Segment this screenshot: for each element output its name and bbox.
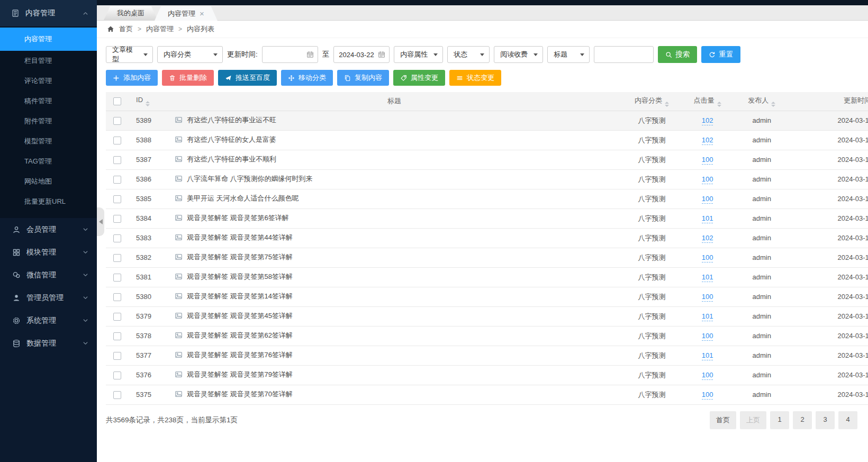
row-clicks-link[interactable]: 100 xyxy=(702,332,713,341)
row-title-link[interactable]: 美甲开运 天河水命人适合什么颜色呢 xyxy=(175,194,299,203)
column-header-category[interactable]: 内容分类 xyxy=(622,92,682,111)
sidebar-section-content[interactable]: 内容管理 xyxy=(0,0,97,26)
row-clicks-link[interactable]: 101 xyxy=(702,273,713,282)
breadcrumb-item[interactable]: 内容列表 xyxy=(187,24,214,34)
row-clicks-link[interactable]: 100 xyxy=(702,175,713,184)
sidebar-item[interactable]: 附件管理 xyxy=(0,111,97,131)
column-header-id[interactable]: ID xyxy=(129,92,167,111)
row-title-link[interactable]: 观音灵签解签 观音灵签第45签详解 xyxy=(175,311,293,321)
row-clicks-link[interactable]: 101 xyxy=(702,312,713,321)
row-title-link[interactable]: 观音灵签解签 观音灵签第76签详解 xyxy=(175,350,293,360)
page-2-button[interactable]: 2 xyxy=(793,411,812,429)
calendar-icon[interactable] xyxy=(306,51,314,58)
sort-icon[interactable] xyxy=(717,102,721,107)
row-checkbox[interactable] xyxy=(113,313,121,321)
row-checkbox[interactable] xyxy=(113,332,121,340)
status-change-button[interactable]: 状态变更 xyxy=(449,70,501,86)
row-clicks-link[interactable]: 100 xyxy=(702,195,713,204)
page-3-button[interactable]: 3 xyxy=(816,411,835,429)
sidebar-section-wechat[interactable]: 微信管理 xyxy=(0,264,97,286)
row-title-link[interactable]: 观音灵签解签 观音灵签第75签详解 xyxy=(175,252,293,262)
row-title-link[interactable]: 观音灵签解签 观音灵签第6签详解 xyxy=(175,213,289,223)
sidebar-section-module[interactable]: 模块管理 xyxy=(0,241,97,264)
row-checkbox[interactable] xyxy=(113,293,121,301)
keyword-input[interactable] xyxy=(594,46,654,63)
row-title-link[interactable]: 观音灵签解签 观音灵签第70签详解 xyxy=(175,389,293,399)
move-category-button[interactable]: 移动分类 xyxy=(281,70,333,86)
row-title-link[interactable]: 观音灵签解签 观音灵签第62签详解 xyxy=(175,331,293,340)
row-checkbox[interactable] xyxy=(113,274,121,282)
row-clicks-link[interactable]: 102 xyxy=(702,136,713,145)
status-select[interactable]: 状态 xyxy=(447,46,490,63)
row-title-link[interactable]: 有这些八字特征的女人是富婆 xyxy=(175,135,276,144)
tab-content[interactable]: 内容管理× xyxy=(155,6,218,21)
attribute-change-button[interactable]: 属性变更 xyxy=(393,70,445,86)
sidebar-item[interactable]: 批量更新URL xyxy=(0,192,97,212)
sidebar-section-admin[interactable]: 管理员管理 xyxy=(0,286,97,309)
row-checkbox[interactable] xyxy=(113,137,121,144)
row-title-link[interactable]: 观音灵签解签 观音灵签第14签详解 xyxy=(175,292,293,301)
reset-button[interactable]: 重置 xyxy=(701,46,740,63)
row-checkbox[interactable] xyxy=(113,254,121,262)
sidebar-item[interactable]: 稿件管理 xyxy=(0,91,97,111)
row-checkbox[interactable] xyxy=(113,234,121,242)
content-category-select[interactable]: 内容分类 xyxy=(157,46,223,63)
row-clicks-link[interactable]: 101 xyxy=(702,351,713,360)
column-header-publisher[interactable]: 发布人 xyxy=(733,92,790,111)
row-title-link[interactable]: 八字流年算命 八字预测你的姻缘何时到来 xyxy=(175,174,313,184)
row-title-link[interactable]: 观音灵签解签 观音灵签第44签详解 xyxy=(175,233,293,242)
tab-desktop[interactable]: 我的桌面 xyxy=(104,6,158,20)
date-to-input[interactable]: 2024-03-22 xyxy=(333,46,390,63)
sidebar-collapse-handle[interactable] xyxy=(97,207,104,236)
sort-icon[interactable] xyxy=(665,102,669,107)
article-model-select[interactable]: 文章模型 xyxy=(106,46,153,63)
sidebar-section-member[interactable]: 会员管理 xyxy=(0,218,97,241)
push-to-baidu-button[interactable]: 推送至百度 xyxy=(218,70,277,86)
row-checkbox[interactable] xyxy=(113,391,121,399)
row-title-link[interactable]: 观音灵签解签 观音灵签第58签详解 xyxy=(175,272,293,282)
read-fee-select[interactable]: 阅读收费 xyxy=(494,46,543,63)
breadcrumb-item[interactable]: 首页 xyxy=(119,24,133,34)
close-icon[interactable]: × xyxy=(200,10,204,17)
add-content-button[interactable]: 添加内容 xyxy=(106,70,158,86)
column-header-clicks[interactable]: 点击量 xyxy=(682,92,734,111)
row-title-link[interactable]: 有这些八字特征的事业不顺利 xyxy=(175,155,276,164)
row-checkbox[interactable] xyxy=(113,117,121,125)
sidebar-section-data[interactable]: 数据管理 xyxy=(0,332,97,355)
row-clicks-link[interactable]: 100 xyxy=(702,293,713,302)
row-clicks-link[interactable]: 101 xyxy=(702,214,713,223)
sidebar-item[interactable]: 评论管理 xyxy=(0,71,97,91)
row-checkbox[interactable] xyxy=(113,352,121,360)
search-button[interactable]: 搜索 xyxy=(658,46,697,63)
row-clicks-link[interactable]: 100 xyxy=(702,371,713,380)
row-title-link[interactable]: 有这些八字特征的事业运不旺 xyxy=(175,115,276,125)
sidebar-item[interactable]: 模型管理 xyxy=(0,131,97,151)
column-header-updated[interactable]: 更新时间 xyxy=(790,92,868,111)
row-checkbox[interactable] xyxy=(113,215,121,223)
row-checkbox[interactable] xyxy=(113,156,121,164)
sidebar-item[interactable]: 栏目管理 xyxy=(0,51,97,71)
row-clicks-link[interactable]: 100 xyxy=(702,156,713,165)
sidebar-item[interactable]: TAG管理 xyxy=(0,151,97,171)
row-checkbox[interactable] xyxy=(113,176,121,184)
sidebar-item[interactable]: 网站地图 xyxy=(0,171,97,192)
row-clicks-link[interactable]: 102 xyxy=(702,234,713,243)
select-all-checkbox[interactable] xyxy=(113,97,121,105)
content-attribute-select[interactable]: 内容属性 xyxy=(394,46,443,63)
row-checkbox[interactable] xyxy=(113,195,121,203)
sidebar-section-system[interactable]: 系统管理 xyxy=(0,309,97,332)
row-checkbox[interactable] xyxy=(113,372,121,379)
copy-content-button[interactable]: 复制内容 xyxy=(337,70,389,86)
row-clicks-link[interactable]: 100 xyxy=(702,391,713,400)
calendar-icon[interactable] xyxy=(378,51,385,58)
row-title-link[interactable]: 观音灵签解签 观音灵签第79签详解 xyxy=(175,370,293,379)
breadcrumb-item[interactable]: 内容管理 xyxy=(146,24,174,34)
page-4-button[interactable]: 4 xyxy=(838,411,857,429)
sort-icon[interactable] xyxy=(771,102,775,107)
row-clicks-link[interactable]: 100 xyxy=(702,253,713,262)
sort-icon[interactable] xyxy=(146,101,150,106)
batch-delete-button[interactable]: 批量删除 xyxy=(162,70,214,86)
search-field-select[interactable]: 标题 xyxy=(547,46,590,63)
date-from-input[interactable] xyxy=(262,46,318,63)
sidebar-item[interactable]: 内容管理 xyxy=(0,28,97,51)
